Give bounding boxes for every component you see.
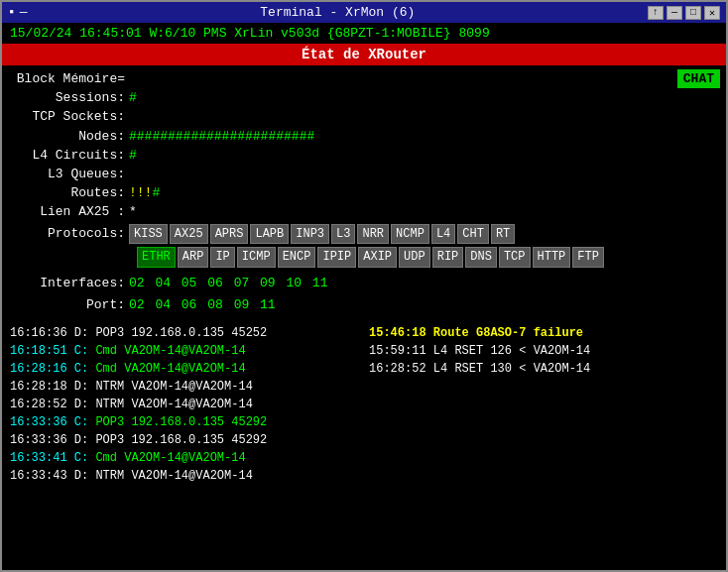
close-btn[interactable]: ✕ bbox=[704, 6, 720, 20]
proto-tag[interactable]: RIP bbox=[432, 247, 464, 268]
routes-value: !!!# bbox=[129, 184, 160, 202]
log-entry: 16:28:52 D: NTRM VA2OM-14@VA2OM-14 bbox=[10, 396, 359, 413]
main-content: CHAT Block Mémoire= Sessions: # TCP Sock… bbox=[2, 65, 726, 570]
xrouter-title: État de XRouter bbox=[2, 44, 726, 65]
routes-label: Routes: bbox=[10, 184, 129, 202]
port-row: Port: 02 04 06 08 09 11 bbox=[10, 296, 718, 314]
proto-tag[interactable]: FTP bbox=[572, 247, 604, 268]
proto-tag[interactable]: NRR bbox=[357, 224, 389, 245]
protocols-row1: Protocols: KISSAX25APRSLAPBINP3L3NRRNCMP… bbox=[10, 223, 718, 246]
port-tag: 06 bbox=[182, 297, 204, 312]
main-window: ▪ — Terminal - XrMon (6) ↑ — □ ✕ 15/02/2… bbox=[0, 0, 728, 572]
proto-tag[interactable]: UDP bbox=[399, 247, 430, 268]
proto-tag[interactable]: IP bbox=[210, 247, 234, 268]
ports-list: 02 04 06 08 09 11 bbox=[129, 296, 279, 314]
interface-tag: 07 bbox=[234, 276, 257, 290]
sessions-row: Sessions: # bbox=[10, 89, 718, 107]
proto-tag[interactable]: ICMP bbox=[237, 247, 276, 268]
proto-tag[interactable]: AXIP bbox=[358, 247, 397, 268]
log-entry: 16:33:36 D: POP3 192.168.0.135 45292 bbox=[10, 431, 359, 449]
interface-tag: 09 bbox=[260, 276, 283, 290]
protocols-label: Protocols: bbox=[10, 225, 129, 243]
proto-tag[interactable]: AX25 bbox=[170, 224, 208, 245]
l3-queues-label: L3 Queues: bbox=[10, 166, 129, 183]
log-entry: 16:28:18 D: NTRM VA2OM-14@VA2OM-14 bbox=[10, 378, 359, 396]
proto-tag[interactable]: KISS bbox=[129, 224, 168, 245]
interface-tag: 02 bbox=[129, 276, 152, 290]
l4-circuits-label: L4 Circuits: bbox=[10, 147, 129, 165]
port-label: Port: bbox=[10, 296, 129, 314]
proto-tag[interactable]: INP3 bbox=[291, 224, 329, 245]
tcp-sockets-label: TCP Sockets: bbox=[10, 108, 129, 126]
proto-tag[interactable]: L3 bbox=[331, 224, 355, 245]
interface-tag: 11 bbox=[312, 276, 328, 290]
interface-tag: 10 bbox=[286, 276, 308, 290]
interfaces-list: 02 04 05 06 07 09 10 11 bbox=[129, 275, 330, 292]
protocols-row2: ETHRARPIPICMPENCPIPIPAXIPUDPRIPDNSTCPHTT… bbox=[137, 246, 718, 269]
status-text: 15/02/24 16:45:01 W:6/10 PMS XrLin v503d… bbox=[10, 26, 490, 41]
titlebar-left: ▪ — bbox=[8, 5, 28, 20]
protocols-list-2: ETHRARPIPICMPENCPIPIPAXIPUDPRIPDNSTCPHTT… bbox=[137, 247, 604, 268]
log-entry: 16:28:16 C: Cmd VA2OM-14@VA2OM-14 bbox=[10, 360, 359, 378]
interface-tag: 06 bbox=[207, 276, 230, 290]
lien-ax25-row: Lien AX25 : * bbox=[10, 203, 718, 221]
proto-tag[interactable]: ARP bbox=[178, 247, 209, 268]
proto-tag[interactable]: NCMP bbox=[391, 224, 429, 245]
proto-tag-ethr[interactable]: ETHR bbox=[137, 247, 176, 268]
log-right: 15:46:18 Route G8ASO-7 failure15:59:11 L… bbox=[369, 324, 718, 485]
tcp-sockets-row: TCP Sockets: bbox=[10, 108, 718, 126]
titlebar: ▪ — Terminal - XrMon (6) ↑ — □ ✕ bbox=[2, 2, 726, 23]
port-tag: 11 bbox=[260, 297, 276, 312]
chat-button[interactable]: CHAT bbox=[677, 69, 720, 88]
proto-tag[interactable]: APRS bbox=[210, 224, 249, 245]
interface-tag: 05 bbox=[182, 276, 204, 290]
log-section: 16:16:36 D: POP3 192.168.0.135 4525216:1… bbox=[10, 324, 718, 485]
nodes-value: ######################## bbox=[129, 128, 314, 146]
log-entry: 16:33:36 C: POP3 192.168.0.135 45292 bbox=[10, 413, 359, 431]
lien-ax25-value: * bbox=[129, 203, 137, 221]
proto-tag[interactable]: L4 bbox=[431, 224, 455, 245]
log-entry: 15:59:11 L4 RSET 126 < VA2OM-14 bbox=[369, 342, 718, 360]
port-tag: 09 bbox=[234, 297, 257, 312]
block-mem-label: Block Mémoire= bbox=[10, 70, 129, 88]
proto-tag[interactable]: RT bbox=[491, 224, 515, 245]
port-tag: 02 bbox=[129, 297, 152, 312]
minimize-btn[interactable]: — bbox=[667, 6, 682, 20]
proto-tag[interactable]: ENCP bbox=[278, 247, 316, 268]
l4-circuits-row: L4 Circuits: # bbox=[10, 147, 718, 165]
log-entry: 16:28:52 L4 RSET 130 < VA2OM-14 bbox=[369, 360, 718, 378]
log-entry: 16:18:51 C: Cmd VA2OM-14@VA2OM-14 bbox=[10, 342, 359, 360]
proto-tag[interactable]: CHT bbox=[457, 224, 489, 245]
l3-queues-row: L3 Queues: bbox=[10, 166, 718, 183]
log-entry: 15:46:18 Route G8ASO-7 failure bbox=[369, 324, 718, 342]
interfaces-row: Interfaces: 02 04 05 06 07 09 10 11 bbox=[10, 275, 718, 292]
interface-tag: 04 bbox=[155, 276, 178, 290]
protocols-list-1: KISSAX25APRSLAPBINP3L3NRRNCMPL4CHTRT bbox=[129, 224, 515, 245]
port-tag: 04 bbox=[155, 297, 178, 312]
interfaces-label: Interfaces: bbox=[10, 275, 129, 292]
nodes-row: Nodes: ######################## bbox=[10, 128, 718, 146]
proto-tag[interactable]: DNS bbox=[465, 247, 497, 268]
proto-tag[interactable]: LAPB bbox=[250, 224, 289, 245]
proto-tag[interactable]: IPIP bbox=[317, 247, 356, 268]
window-controls: ↑ — □ ✕ bbox=[648, 6, 720, 20]
log-entry: 16:16:36 D: POP3 192.168.0.135 45252 bbox=[10, 324, 359, 342]
proto-tag[interactable]: TCP bbox=[499, 247, 531, 268]
nodes-label: Nodes: bbox=[10, 128, 129, 146]
routes-row: Routes: !!!# bbox=[10, 184, 718, 202]
log-entry: 16:33:43 D: NTRM VA2OM-14@VA2OM-14 bbox=[10, 467, 359, 485]
block-mem-row: Block Mémoire= bbox=[10, 70, 718, 88]
scroll-up-btn[interactable]: ↑ bbox=[648, 6, 664, 20]
sessions-value: # bbox=[129, 89, 137, 107]
system-menu-icon[interactable]: ▪ bbox=[8, 5, 16, 20]
top-statusbar: 15/02/24 16:45:01 W:6/10 PMS XrLin v503d… bbox=[2, 23, 726, 44]
log-left: 16:16:36 D: POP3 192.168.0.135 4525216:1… bbox=[10, 324, 359, 485]
l4-circuits-value: # bbox=[129, 147, 137, 165]
sessions-label: Sessions: bbox=[10, 89, 129, 107]
window-title: Terminal - XrMon (6) bbox=[28, 5, 648, 20]
port-tag: 08 bbox=[207, 297, 230, 312]
lien-ax25-label: Lien AX25 : bbox=[10, 203, 129, 221]
maximize-btn[interactable]: □ bbox=[685, 6, 701, 20]
dash-icon: — bbox=[20, 5, 28, 20]
proto-tag[interactable]: HTTP bbox=[533, 247, 571, 268]
